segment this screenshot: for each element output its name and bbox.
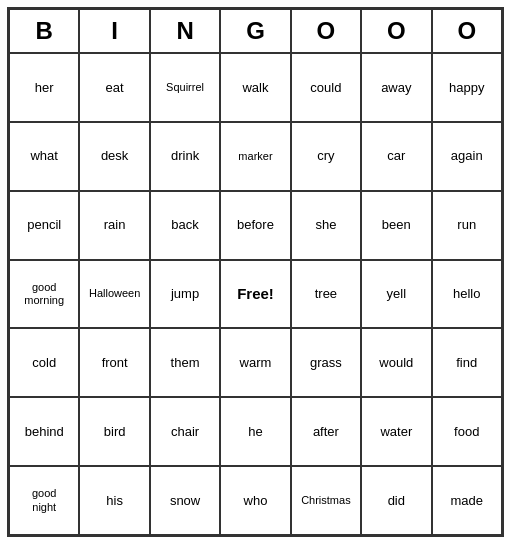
- cell-5-3: he: [220, 397, 290, 466]
- header-cell-G: G: [220, 9, 290, 53]
- cell-2-1: rain: [79, 191, 149, 260]
- cell-4-3: warm: [220, 328, 290, 397]
- cell-1-3: marker: [220, 122, 290, 191]
- bingo-row-5: behindbirdchairheafterwaterfood: [9, 397, 502, 466]
- cell-3-6: hello: [432, 260, 502, 329]
- cell-2-2: back: [150, 191, 220, 260]
- cell-2-3: before: [220, 191, 290, 260]
- bingo-card: BINGOOO hereatSquirrelwalkcouldawayhappy…: [7, 7, 504, 537]
- cell-6-6: made: [432, 466, 502, 535]
- header-cell-B: B: [9, 9, 79, 53]
- cell-2-0: pencil: [9, 191, 79, 260]
- cell-5-1: bird: [79, 397, 149, 466]
- cell-6-2: snow: [150, 466, 220, 535]
- cell-4-6: find: [432, 328, 502, 397]
- cell-1-2: drink: [150, 122, 220, 191]
- cell-5-6: food: [432, 397, 502, 466]
- bingo-header-row: BINGOOO: [9, 9, 502, 53]
- cell-2-6: run: [432, 191, 502, 260]
- bingo-grid: hereatSquirrelwalkcouldawayhappywhatdesk…: [9, 53, 502, 535]
- cell-1-0: what: [9, 122, 79, 191]
- cell-0-0: her: [9, 53, 79, 122]
- cell-0-6: happy: [432, 53, 502, 122]
- cell-3-4: tree: [291, 260, 361, 329]
- cell-0-5: away: [361, 53, 431, 122]
- cell-5-0: behind: [9, 397, 79, 466]
- cell-4-2: them: [150, 328, 220, 397]
- cell-6-0: good night: [9, 466, 79, 535]
- cell-1-6: again: [432, 122, 502, 191]
- cell-5-2: chair: [150, 397, 220, 466]
- cell-3-5: yell: [361, 260, 431, 329]
- bingo-row-1: whatdeskdrinkmarkercrycaragain: [9, 122, 502, 191]
- header-cell-I: I: [79, 9, 149, 53]
- cell-6-4: Christmas: [291, 466, 361, 535]
- header-cell-O: O: [361, 9, 431, 53]
- cell-4-4: grass: [291, 328, 361, 397]
- cell-3-3: Free!: [220, 260, 290, 329]
- cell-0-1: eat: [79, 53, 149, 122]
- cell-3-2: jump: [150, 260, 220, 329]
- cell-2-4: she: [291, 191, 361, 260]
- cell-5-5: water: [361, 397, 431, 466]
- cell-1-4: cry: [291, 122, 361, 191]
- cell-6-3: who: [220, 466, 290, 535]
- header-cell-N: N: [150, 9, 220, 53]
- bingo-row-3: good morningHalloweenjumpFree!treeyellhe…: [9, 260, 502, 329]
- cell-6-5: did: [361, 466, 431, 535]
- bingo-row-6: good nighthissnowwhoChristmasdidmade: [9, 466, 502, 535]
- cell-4-0: cold: [9, 328, 79, 397]
- bingo-row-2: pencilrainbackbeforeshebeenrun: [9, 191, 502, 260]
- cell-3-0: good morning: [9, 260, 79, 329]
- cell-2-5: been: [361, 191, 431, 260]
- bingo-row-0: hereatSquirrelwalkcouldawayhappy: [9, 53, 502, 122]
- cell-0-2: Squirrel: [150, 53, 220, 122]
- header-cell-O: O: [291, 9, 361, 53]
- cell-6-1: his: [79, 466, 149, 535]
- cell-4-1: front: [79, 328, 149, 397]
- cell-5-4: after: [291, 397, 361, 466]
- cell-4-5: would: [361, 328, 431, 397]
- cell-1-1: desk: [79, 122, 149, 191]
- cell-1-5: car: [361, 122, 431, 191]
- cell-0-3: walk: [220, 53, 290, 122]
- cell-3-1: Halloween: [79, 260, 149, 329]
- cell-0-4: could: [291, 53, 361, 122]
- header-cell-O: O: [432, 9, 502, 53]
- bingo-row-4: coldfrontthemwarmgrasswouldfind: [9, 328, 502, 397]
